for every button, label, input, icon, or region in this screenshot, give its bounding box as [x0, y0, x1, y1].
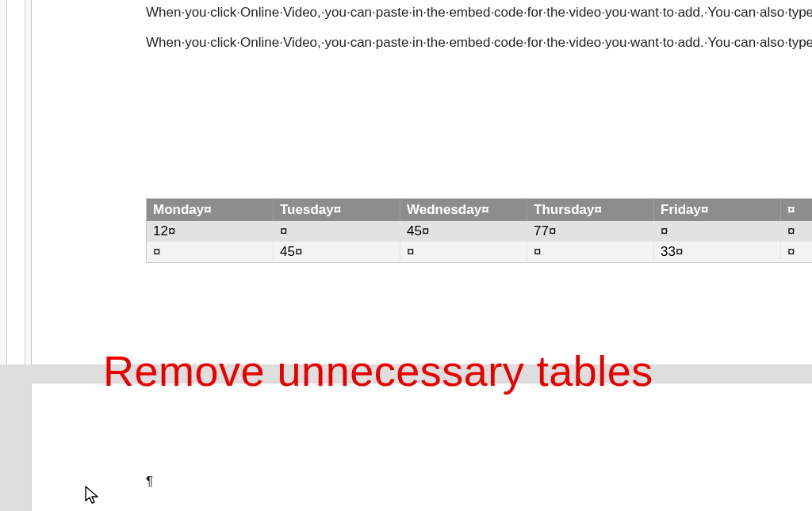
vertical-ruler-inner — [6, 0, 25, 364]
table-header-row[interactable]: Monday¤ Tuesday¤ Wednesday¤ Thursday¤ Fr… — [147, 199, 813, 221]
paragraph-1[interactable]: When·you·click·Online·Video,·you·can·pas… — [146, 3, 788, 22]
cell-r2-c3[interactable]: ¤ — [400, 242, 527, 263]
header-monday-label: Monday¤ — [153, 202, 212, 217]
cell-r2-c5-val: 33¤ — [661, 244, 683, 259]
cell-r1-c5-val: ¤ — [661, 223, 668, 238]
cell-r1-c4-val: 77¤ — [534, 223, 556, 238]
paragraph-2[interactable]: When·you·click·Online·Video,·you·can·pas… — [146, 33, 788, 52]
cell-r2-c3-val: ¤ — [407, 244, 414, 259]
vertical-ruler — [0, 0, 32, 364]
header-thursday[interactable]: Thursday¤ — [527, 199, 654, 221]
cell-r2-c6-val: ¤ — [787, 244, 795, 259]
header-friday-label: Friday¤ — [661, 202, 708, 217]
cell-r2-c1[interactable]: ¤ — [147, 242, 274, 263]
cell-r1-c1-val: 12¤ — [153, 223, 175, 238]
table-row[interactable]: ¤ 45¤ ¤ ¤ 33¤ ¤ — [147, 242, 813, 263]
header-wednesday-label: Wednesday¤ — [407, 202, 489, 217]
document-workspace: When·you·click·Online·Video,·you·can·pas… — [0, 0, 812, 511]
table-row[interactable]: 12¤ ¤ 45¤ 77¤ ¤ ¤ — [147, 221, 813, 242]
schedule-table[interactable]: Monday¤ Tuesday¤ Wednesday¤ Thursday¤ Fr… — [146, 198, 812, 263]
cell-r1-c2[interactable]: ¤ — [274, 221, 400, 242]
body-text-block[interactable]: When·you·click·Online·Video,·you·can·pas… — [146, 3, 788, 63]
cell-r1-c3-val: 45¤ — [407, 223, 429, 238]
page-2[interactable]: ¶ — [32, 383, 812, 511]
header-endmark-label: ¤ — [787, 202, 795, 217]
cell-r2-c4[interactable]: ¤ — [527, 242, 654, 263]
paragraph-mark-icon: ¶ — [146, 474, 153, 489]
header-monday[interactable]: Monday¤ — [147, 199, 274, 221]
cell-r2-c6[interactable]: ¤ — [781, 242, 813, 263]
cell-r2-c1-val: ¤ — [153, 244, 160, 259]
cell-r1-c3[interactable]: 45¤ — [400, 221, 527, 242]
cell-r1-c6[interactable]: ¤ — [781, 221, 813, 242]
empty-paragraph-mark[interactable]: ¶ — [146, 474, 153, 490]
cell-r2-c2[interactable]: 45¤ — [274, 242, 400, 263]
cell-r2-c4-val: ¤ — [534, 244, 541, 259]
page-1[interactable]: When·you·click·Online·Video,·you·can·pas… — [32, 0, 812, 364]
cell-r2-c2-val: 45¤ — [280, 244, 302, 259]
header-friday[interactable]: Friday¤ — [654, 199, 781, 221]
cell-r2-c5[interactable]: 33¤ — [654, 242, 781, 263]
paragraph-2-text: When·you·click·Online·Video,·you·can·pas… — [146, 35, 812, 50]
header-endmark[interactable]: ¤ — [781, 199, 813, 221]
header-tuesday-label: Tuesday¤ — [280, 202, 341, 217]
cell-r1-c1[interactable]: 12¤ — [147, 221, 274, 242]
header-thursday-label: Thursday¤ — [534, 202, 602, 217]
header-wednesday[interactable]: Wednesday¤ — [400, 199, 527, 221]
paragraph-1-text: When·you·click·Online·Video,·you·can·pas… — [146, 5, 812, 20]
header-tuesday[interactable]: Tuesday¤ — [274, 199, 400, 221]
cell-r1-c2-val: ¤ — [280, 223, 287, 238]
cell-r1-c6-val: ¤ — [787, 223, 795, 238]
cell-r1-c5[interactable]: ¤ — [654, 221, 781, 242]
cell-r1-c4[interactable]: 77¤ — [527, 221, 654, 242]
